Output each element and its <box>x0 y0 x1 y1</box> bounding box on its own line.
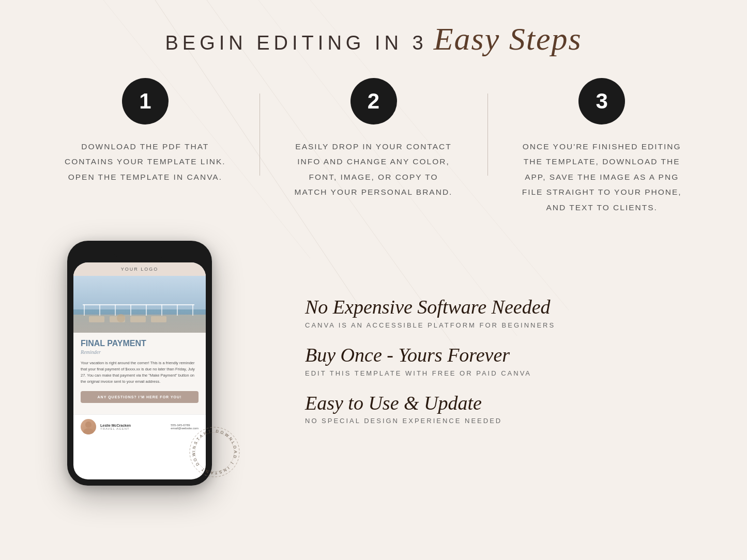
step-2-description: EASILY DROP IN YOUR CONTACT INFO AND CHA… <box>291 139 456 200</box>
step-3-number: 3 <box>596 89 607 114</box>
payment-button: ANY QUESTIONS? I'M HERE FOR YOU! <box>81 391 199 403</box>
feature-2: Buy Once - Yours Forever EDIT THIS TEMPL… <box>305 345 711 377</box>
feature-3-desc: NO SPECIAL DESIGN EXPERIENCE NEEDED <box>305 417 711 425</box>
agent-avatar <box>81 419 96 434</box>
feature-3-script: Easy to Use & Update <box>305 393 711 414</box>
phone-notch <box>114 247 165 258</box>
payment-title: FINAL PAYMENT <box>81 339 199 348</box>
step-2-number-circle: 2 <box>350 78 397 125</box>
header-plain-text: BEGIN EDITING IN 3 <box>165 32 427 54</box>
feature-1: No Expensive Software Needed CANVA IS AN… <box>305 297 711 329</box>
step-1-number-circle: 1 <box>122 78 169 125</box>
feature-1-desc: CANVA IS AN ACCESSIBLE PLATFORM FOR BEGI… <box>305 321 711 329</box>
svg-point-24 <box>190 427 239 477</box>
svg-point-22 <box>85 422 92 428</box>
svg-rect-16 <box>83 304 194 305</box>
step-3: 3 ONCE YOU'RE FINISHED EDITING THE TEMPL… <box>487 78 716 215</box>
agent-info: Leslie McCracken TRAVEL AGENT <box>100 424 166 430</box>
step-1-number: 1 <box>139 89 151 114</box>
agent-name: Leslie McCracken <box>100 424 166 427</box>
step-2-number: 2 <box>368 89 379 114</box>
phone-container: YOUR LOGO <box>26 241 253 486</box>
step-1-description: DOWNLOAD THE PDF THAT CONTAINS YOUR TEMP… <box>63 139 228 184</box>
step-3-number-circle: 3 <box>578 78 625 125</box>
step-2: 2 EASILY DROP IN YOUR CONTACT INFO AND C… <box>260 78 488 215</box>
payment-body-text: Your vacation is right around the corner… <box>81 360 199 385</box>
bottom-row: YOUR LOGO <box>0 241 747 486</box>
payment-subtitle: Reminder <box>81 349 199 355</box>
phone-logo-text: YOUR LOGO <box>121 267 159 272</box>
page-header: BEGIN EDITING IN 3 Easy Steps <box>0 0 747 57</box>
step-3-description: ONCE YOU'RE FINISHED EDITING THE TEMPLAT… <box>519 139 684 215</box>
phone-payment-content: FINAL PAYMENT Reminder Your vacation is … <box>73 333 206 414</box>
svg-point-23 <box>83 428 94 434</box>
feature-2-script: Buy Once - Yours Forever <box>305 345 711 366</box>
agent-title: TRAVEL AGENT <box>100 427 166 430</box>
feature-1-script: No Expensive Software Needed <box>305 297 711 318</box>
phone-image-area <box>73 276 206 333</box>
features-section: No Expensive Software Needed CANVA IS AN… <box>274 241 721 486</box>
feature-2-desc: EDIT THIS TEMPLATE WITH FREE OR PAID CAN… <box>305 369 711 377</box>
download-badge: INSTANT DOWNLOAD | INSTANT DOWNLOAD <box>186 424 243 480</box>
phone-logo-area: YOUR LOGO <box>73 262 206 276</box>
svg-text:INSTANT DOWNLOAD | INSTANT DOW: INSTANT DOWNLOAD | INSTANT DOWNLOAD <box>186 424 238 475</box>
header-script-text: Easy Steps <box>434 21 582 57</box>
steps-row: 1 DOWNLOAD THE PDF THAT CONTAINS YOUR TE… <box>0 78 747 215</box>
step-1: 1 DOWNLOAD THE PDF THAT CONTAINS YOUR TE… <box>31 78 260 215</box>
feature-3: Easy to Use & Update NO SPECIAL DESIGN E… <box>305 393 711 425</box>
